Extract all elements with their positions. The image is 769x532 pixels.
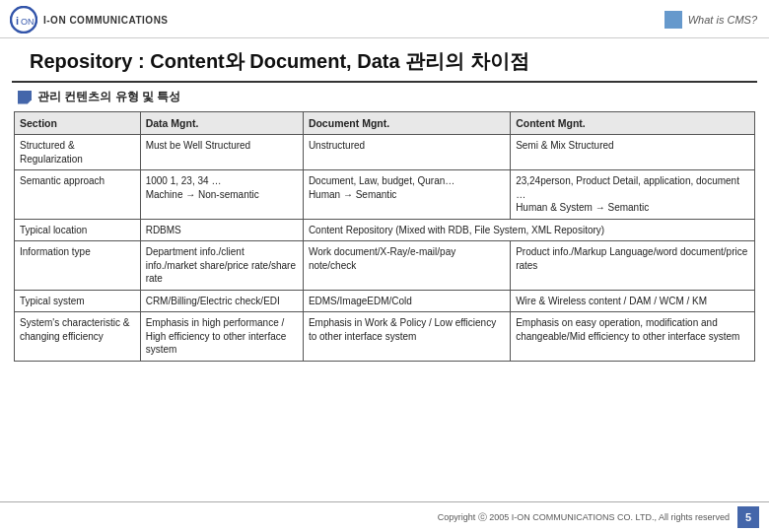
section-header: 관리 컨텐츠의 유형 및 특성 bbox=[0, 83, 769, 109]
cell-doc-content-merged: Content Repository (Mixed with RDB, File… bbox=[303, 219, 754, 241]
page-number: 5 bbox=[737, 506, 759, 528]
copyright-text: Copyright ⓒ 2005 I-ON COMMUNICATIONS CO.… bbox=[438, 511, 730, 524]
svg-text:i: i bbox=[16, 15, 19, 27]
cell-content: Product info./Markup Language/word docum… bbox=[511, 241, 755, 291]
cell-document: Unstructured bbox=[303, 135, 510, 170]
table-row: System's characteristic & changing effic… bbox=[15, 312, 755, 362]
page-title: Repository : Content와 Document, Data 관리의… bbox=[12, 38, 757, 83]
cell-data: RDBMS bbox=[140, 219, 303, 241]
cell-data: Emphasis in high performance / High effi… bbox=[140, 312, 303, 362]
table-row: Semantic approach1000 1, 23, 34 …Machine… bbox=[15, 170, 755, 220]
section-label: 관리 컨텐츠의 유형 및 특성 bbox=[37, 89, 180, 105]
cell-document: Work document/X-Ray/e-mail/pay note/chec… bbox=[303, 241, 510, 291]
table-header-row: Section Data Mgnt. Document Mgnt. Conten… bbox=[15, 112, 755, 135]
cell-content: Semi & Mix Structured bbox=[511, 135, 755, 170]
cell-data: CRM/Billing/Electric check/EDI bbox=[140, 290, 303, 312]
cell-document: Emphasis in Work & Policy / Low efficien… bbox=[303, 312, 510, 362]
cell-content: Emphasis on easy operation, modification… bbox=[511, 312, 755, 362]
logo-text: I-ON COMMUNICATIONS bbox=[43, 15, 169, 26]
cell-section: Structured & Regularization bbox=[15, 135, 141, 170]
cell-section: Typical location bbox=[15, 219, 141, 241]
logo-icon: i ON bbox=[10, 6, 37, 33]
page-header: i ON I-ON COMMUNICATIONS What is CMS? bbox=[0, 0, 769, 38]
data-table: Section Data Mgnt. Document Mgnt. Conten… bbox=[14, 111, 755, 362]
table-row: Structured & RegularizationMust be Well … bbox=[15, 135, 755, 170]
slide-label: What is CMS? bbox=[688, 14, 757, 26]
cell-content: 23,24person, Product Detail, application… bbox=[511, 170, 755, 220]
col-header-section: Section bbox=[15, 112, 141, 135]
cell-document: Document, Law, budget, Quran…Human → Sem… bbox=[303, 170, 510, 220]
main-content: Section Data Mgnt. Document Mgnt. Conten… bbox=[0, 109, 769, 366]
slide-indicator-icon bbox=[664, 11, 682, 29]
table-row: Information typeDepartment info./client … bbox=[15, 241, 755, 291]
cell-section: Typical system bbox=[15, 290, 141, 312]
cell-data: Must be Well Structured bbox=[140, 135, 303, 170]
cell-section: System's characteristic & changing effic… bbox=[15, 312, 141, 362]
table-row: Typical locationRDBMSContent Repository … bbox=[15, 219, 755, 241]
cell-section: Semantic approach bbox=[15, 170, 141, 220]
cell-document: EDMS/ImageEDM/Cold bbox=[303, 290, 510, 312]
col-header-data: Data Mgnt. bbox=[140, 112, 303, 135]
cell-section: Information type bbox=[15, 241, 141, 291]
svg-text:ON: ON bbox=[21, 17, 35, 27]
header-right: What is CMS? bbox=[664, 11, 757, 29]
col-header-document: Document Mgnt. bbox=[303, 112, 510, 135]
cell-content: Wire & Wireless content / DAM / WCM / KM bbox=[511, 290, 755, 312]
cell-data: Department info./client info./market sha… bbox=[140, 241, 303, 291]
table-row: Typical systemCRM/Billing/Electric check… bbox=[15, 290, 755, 312]
page-footer: Copyright ⓒ 2005 I-ON COMMUNICATIONS CO.… bbox=[0, 501, 769, 532]
col-header-content: Content Mgnt. bbox=[511, 112, 755, 135]
cell-data: 1000 1, 23, 34 …Machine → Non-semantic bbox=[140, 170, 303, 220]
logo-area: i ON I-ON COMMUNICATIONS bbox=[10, 6, 169, 33]
section-header-icon bbox=[18, 91, 32, 104]
